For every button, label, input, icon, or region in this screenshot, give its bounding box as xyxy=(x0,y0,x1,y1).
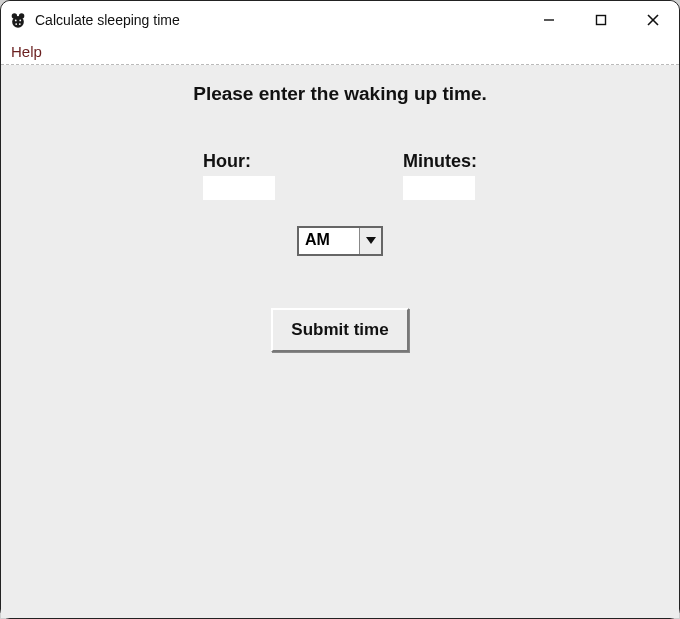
maximize-button[interactable] xyxy=(575,1,627,39)
window-buttons xyxy=(523,1,679,39)
prompt-text: Please enter the waking up time. xyxy=(1,83,679,105)
svg-point-2 xyxy=(19,13,24,18)
hour-label: Hour: xyxy=(203,151,275,172)
ampm-value: AM xyxy=(299,228,359,254)
minutes-group: Minutes: xyxy=(403,151,477,200)
svg-point-4 xyxy=(19,20,21,22)
time-fields: Hour: Minutes: xyxy=(1,151,679,200)
close-button[interactable] xyxy=(627,1,679,39)
hour-group: Hour: xyxy=(203,151,275,200)
submit-button[interactable]: Submit time xyxy=(271,308,408,352)
menu-help[interactable]: Help xyxy=(7,41,46,62)
titlebar: Calculate sleeping time xyxy=(1,1,679,39)
svg-point-5 xyxy=(15,23,17,25)
minimize-button[interactable] xyxy=(523,1,575,39)
minutes-input[interactable] xyxy=(403,176,475,200)
minutes-label: Minutes: xyxy=(403,151,477,172)
ampm-row: AM xyxy=(1,226,679,256)
svg-point-1 xyxy=(12,13,17,18)
menubar: Help xyxy=(1,39,679,65)
svg-point-3 xyxy=(15,20,17,22)
svg-rect-8 xyxy=(597,16,606,25)
chevron-down-icon xyxy=(359,228,381,254)
client-area: Please enter the waking up time. Hour: M… xyxy=(1,65,679,618)
window-title: Calculate sleeping time xyxy=(35,12,180,28)
submit-row: Submit time xyxy=(1,308,679,352)
app-window: Calculate sleeping time Help Please ente… xyxy=(0,0,680,619)
svg-point-6 xyxy=(19,23,21,25)
app-icon xyxy=(9,11,27,29)
ampm-select[interactable]: AM xyxy=(297,226,383,256)
hour-input[interactable] xyxy=(203,176,275,200)
svg-marker-11 xyxy=(366,237,376,244)
